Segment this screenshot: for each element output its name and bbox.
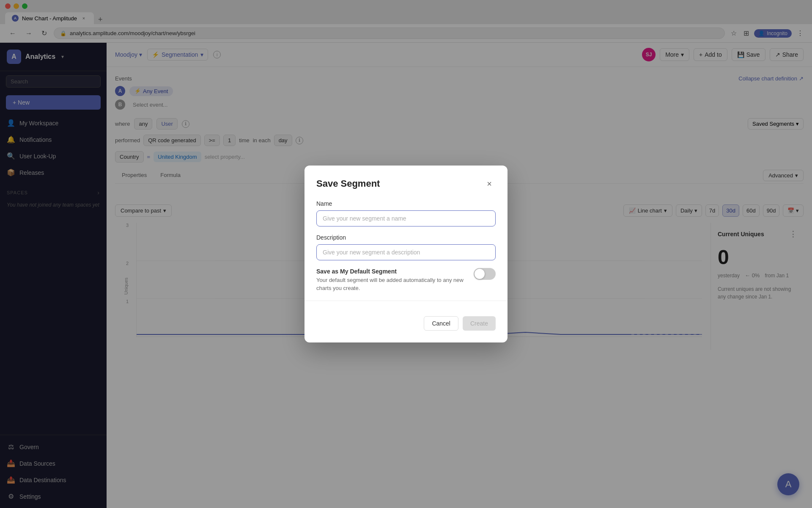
save-segment-modal: Save Segment × Name Description Save as … [304, 166, 508, 342]
modal-title: Save Segment [316, 178, 380, 189]
modal-overlay[interactable]: Save Segment × Name Description Save as … [0, 0, 812, 508]
description-label: Description [316, 234, 496, 241]
default-segment-title: Save as My Default Segment [316, 268, 467, 275]
modal-close-button[interactable]: × [483, 177, 496, 190]
name-label: Name [316, 200, 496, 207]
default-segment-toggle[interactable] [474, 268, 496, 280]
name-input[interactable] [316, 210, 496, 226]
description-input[interactable] [316, 244, 496, 260]
toggle-knob [475, 269, 485, 279]
create-button[interactable]: Create [463, 316, 496, 331]
cancel-button[interactable]: Cancel [424, 316, 458, 331]
default-segment-desc: Your default segment will be added autom… [316, 276, 467, 292]
